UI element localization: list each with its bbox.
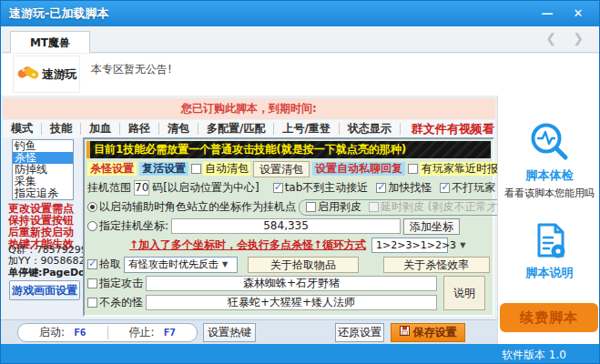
tab-heal[interactable]: 加血 — [81, 123, 120, 135]
minimize-button[interactable]: — — [535, 5, 559, 23]
no-kill-checkbox[interactable]: 不杀的怪 — [87, 295, 143, 310]
stop-key-value: F7 — [164, 327, 176, 339]
right-panel: 脚本体检 看看该脚本您能用吗 脚本说明 续费脚本 — [497, 96, 600, 344]
chevron-down-icon: ▼ — [460, 241, 465, 249]
pickup-mode-dropdown[interactable]: 有怪攻击时优先反击 ▼ — [124, 257, 238, 273]
subscription-notice: 您已订购此脚本，到期时间: — [3, 98, 495, 119]
tab-nav-left-icon[interactable]: ❮ — [542, 31, 560, 46]
tab-status[interactable]: 状态显示 — [340, 123, 401, 135]
hotkey-group: 启动: F6 停止: F7 — [17, 323, 198, 342]
tab-login[interactable]: 上号/重登 — [274, 123, 339, 135]
tab-skill[interactable]: 技能 — [42, 123, 81, 135]
fast-find-checkbox[interactable]: 加快找怪 — [376, 180, 432, 196]
add-coord-button[interactable]: 添加坐标 — [403, 218, 460, 235]
script-checkup-icon[interactable] — [498, 119, 600, 167]
checkbox-icon — [87, 278, 97, 288]
auto-reply-settings-chip[interactable]: 设置自动私聊回复 — [312, 162, 405, 176]
title-bar: 速游玩-已加载脚本 — ✕ — [1, 1, 599, 26]
no-attack-player-checkbox[interactable]: 不打玩家 — [440, 180, 495, 196]
settings-row-5: ↑加入了多个坐标时，会执行多点杀怪↑循环方式 1>2>3>1>2>3 ▼ — [85, 236, 493, 255]
group-file-video-note: 群文件有视频看 — [412, 121, 494, 137]
logo-text: 速游玩 — [42, 66, 76, 83]
mode-item-chase[interactable]: 指定追杀 — [13, 187, 73, 199]
checkbox-icon — [191, 164, 201, 174]
target-filter-block: 指定攻击 森林蜘蛛+石牙野猪 不杀的怪 狂暴蛇+大猩猩+矮人法师 说明 — [85, 274, 493, 312]
coord-input[interactable]: 584,335 — [171, 218, 401, 234]
no-kill-input[interactable]: 狂暴蛇+大猩猩+矮人法师 — [146, 295, 437, 310]
checkbox-checked-icon — [87, 259, 97, 269]
specified-attack-checkbox[interactable]: 指定攻击 — [87, 276, 143, 291]
checkbox-icon — [306, 202, 316, 212]
range-input[interactable]: 70 — [134, 180, 149, 196]
skinning-group: 启用剥皮 延时剥皮 (剥皮不正常才勾) — [299, 199, 520, 216]
enable-skinning-checkbox[interactable]: 启用剥皮 — [306, 199, 361, 215]
settings-row-6: 拾取 有怪攻击时优先反击 ▼ 关于拾取物品 关于杀怪效率 — [85, 255, 493, 274]
tab-mt-warcraft[interactable]: MT魔兽 — [10, 31, 90, 53]
app-logo: + 速游玩 — [13, 56, 80, 93]
gamepad-icon: + — [16, 62, 40, 87]
tab-multi-config[interactable]: 多配置/匹配 — [198, 123, 274, 135]
window-title: 速游玩-已加载脚本 — [1, 5, 108, 22]
close-button[interactable]: ✕ — [566, 5, 590, 23]
save-settings-button[interactable]: 保存设置 — [391, 323, 465, 342]
checkbox-icon — [87, 298, 97, 308]
status-footer: 软件版本 1.0 — [1, 344, 600, 364]
settings-row-1: 杀怪设置 复活设置 自动清包 设置清包 设置自动私聊回复 有玩家靠近时报警 — [85, 159, 493, 178]
announcement-panel: + 速游玩 本专区暂无公告! — [2, 54, 600, 96]
range-label: 挂机范围 — [87, 180, 131, 196]
game-screen-settings-button[interactable]: 游戏画面设置 — [9, 280, 80, 300]
script-doc-icon[interactable] — [498, 221, 600, 263]
settings-row-8: 不杀的怪 狂暴蛇+大猩猩+矮人法师 — [85, 293, 440, 312]
pickup-checkbox[interactable]: 拾取 — [87, 257, 121, 272]
tab-clean-bag[interactable]: 清包 — [159, 123, 198, 135]
start-key-value: F6 — [74, 327, 86, 339]
settings-row-3: 以启动辅助时角色站立的坐标作为挂机点 启用剥皮 延时剥皮 (剥皮不正常才勾) — [85, 197, 493, 217]
game-tab-strip: MT魔兽 ❮ ❯ — [2, 26, 600, 53]
range-suffix: 码[以启动位置为中心] — [152, 180, 259, 196]
chevron-down-icon: ▼ — [222, 260, 228, 268]
script-checkup-label[interactable]: 脚本体检 — [498, 167, 600, 184]
renew-script-button[interactable]: 续费脚本 — [500, 303, 598, 332]
tab-nav-right-icon[interactable]: ❯ — [569, 31, 587, 46]
mode-listbox: 钓鱼 杀怪 防掉线 采集 指定追杀 — [12, 139, 74, 200]
stop-hotkey: 停止: F7 — [108, 325, 198, 340]
checkbox-disabled-icon — [369, 202, 379, 212]
tab-path[interactable]: 路径 — [120, 123, 159, 135]
specified-attack-input[interactable]: 森林蜘蛛+石牙野猪 — [146, 276, 437, 291]
radio-selected-icon — [87, 202, 97, 212]
settings-row-7: 指定攻击 森林蜘蛛+石牙野猪 — [85, 274, 440, 293]
floppy-icon — [400, 324, 410, 341]
help-button[interactable]: 说明 — [443, 276, 485, 310]
script-checkup-desc: 看看该脚本您能用吗 — [498, 187, 600, 200]
fixed-coord-radio[interactable]: 指定挂机坐标: — [87, 218, 168, 234]
revive-settings-chip[interactable]: 复活设置 — [139, 162, 188, 176]
restore-settings-button[interactable]: 还原设置 — [335, 323, 384, 342]
checkbox-icon — [408, 164, 418, 174]
script-doc-label[interactable]: 脚本说明 — [498, 265, 600, 281]
loop-mode-dropdown[interactable]: 1>2>3>1>2>3 ▼ — [371, 238, 448, 253]
set-hotkey-button[interactable]: 设置热键 — [203, 323, 256, 342]
settings-row-4: 指定挂机坐标: 584,335 添加坐标 — [85, 217, 493, 236]
auto-clean-bag-checkbox[interactable]: 自动清包 — [191, 162, 250, 176]
tab-approach-checkbox[interactable]: tab不到主动接近 — [273, 180, 369, 196]
hotkey-bar: 启动: F6 停止: F7 设置热键 还原设置 保存设置 — [1, 319, 497, 344]
checkbox-checked-icon — [273, 183, 283, 193]
settings-row-2: 挂机范围 70 码[以启动位置为中心] tab不到主动接近 加快找怪 不打玩家 — [85, 178, 493, 197]
start-hotkey: 启动: F6 — [18, 325, 107, 340]
delay-skinning-checkbox[interactable]: 延时剥皮 (剥皮不正常才勾) — [369, 199, 513, 215]
radio-icon — [87, 221, 97, 231]
announcement-text: 本专区暂无公告! — [91, 62, 172, 77]
stand-position-radio[interactable]: 以启动辅助时角色站立的坐标作为挂机点 — [87, 199, 296, 215]
kill-settings-panel: 目前1技能必需放置一个普通攻击技能(就是按一下就点亮的那种) 杀怪设置 复活设置… — [83, 137, 494, 317]
player-alert-checkbox[interactable]: 有玩家靠近时报警 — [408, 162, 511, 176]
checkbox-checked-icon — [376, 183, 386, 193]
app-window: 速游玩-已加载脚本 — ✕ MT魔兽 ❮ ❯ + 速游玩 本专区暂无公告! 您已… — [0, 0, 600, 364]
about-kill-efficiency-button[interactable]: 关于杀怪效率 — [383, 257, 490, 273]
tab-mode[interactable]: 模式 — [3, 123, 42, 135]
software-version: 软件版本 1.0 — [502, 348, 566, 363]
kill-settings-chip[interactable]: 杀怪设置 — [87, 162, 137, 176]
set-clean-bag-button[interactable]: 设置清包 — [253, 161, 310, 177]
settings-nav-tabs: 模式 技能 加血 路径 清包 多配置/匹配 上号/重登 状态显示 群文件有视频看 — [3, 120, 495, 137]
about-pickup-button[interactable]: 关于拾取物品 — [248, 257, 358, 273]
skill-requirement-banner: 目前1技能必需放置一个普通攻击技能(就是按一下就点亮的那种) — [86, 141, 491, 158]
